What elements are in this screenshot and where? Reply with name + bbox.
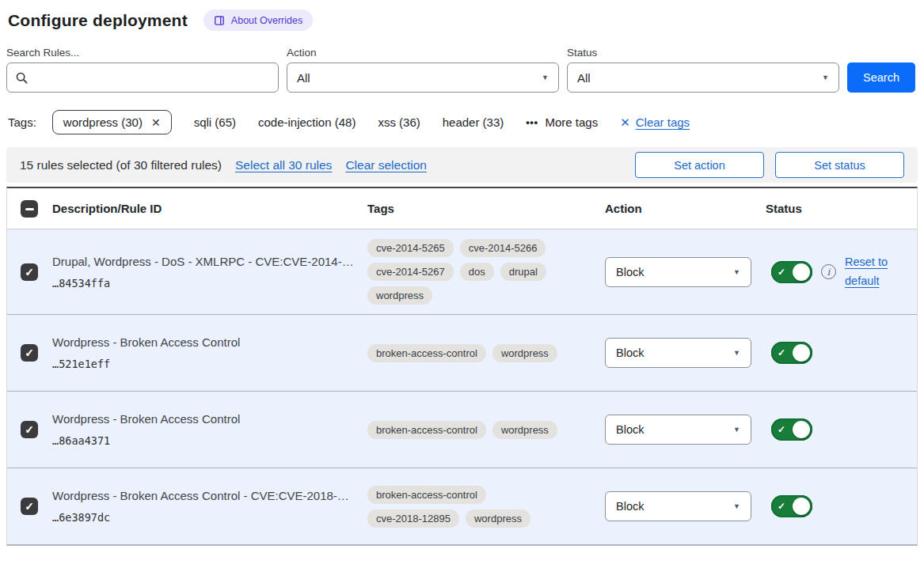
reset-to-default-link[interactable]: Reset to default xyxy=(845,253,894,290)
tag-pill: cve-2014-5266 xyxy=(460,239,546,257)
check-icon: ✓ xyxy=(25,347,34,358)
action-select[interactable]: Block ▼ xyxy=(605,415,751,445)
selection-bar: 15 rules selected (of 30 filtered rules)… xyxy=(6,147,918,183)
status-filter-value: All xyxy=(577,71,591,85)
rule-id: …6e3897dc xyxy=(52,511,367,524)
chevron-down-icon: ▼ xyxy=(822,74,829,81)
clear-selection-link[interactable]: Clear selection xyxy=(345,158,427,172)
status-filter-label: Status xyxy=(567,47,839,59)
toggle-knob xyxy=(793,344,810,362)
tag-pill: cve-2014-5267 xyxy=(367,263,454,281)
row-checkbox[interactable]: ✓ xyxy=(21,263,38,281)
chevron-down-icon: ▼ xyxy=(733,502,740,510)
tag-pill: cve-2014-5265 xyxy=(367,239,454,257)
chevron-down-icon: ▼ xyxy=(733,268,740,276)
search-rules-input[interactable] xyxy=(35,71,270,85)
search-rules-label: Search Rules... xyxy=(6,47,279,59)
tag-option-sqli[interactable]: sqli (65) xyxy=(194,115,236,129)
rule-tags: broken-access-controlcve-2018-12895wordp… xyxy=(367,486,575,528)
rules-table-body: ✓ Drupal, Wordpress - DoS - XMLRPC - CVE… xyxy=(7,229,917,544)
action-select[interactable]: Block ▼ xyxy=(605,257,751,287)
table-row: ✓ Wordpress - Broken Access Control - CV… xyxy=(7,468,917,544)
check-icon: ✓ xyxy=(778,424,785,435)
chevron-down-icon: ▼ xyxy=(733,349,740,357)
page-title: Configure deployment xyxy=(8,11,188,30)
about-overrides-badge[interactable]: About Overrides xyxy=(203,9,313,31)
check-icon: ✓ xyxy=(25,501,34,512)
selection-summary: 15 rules selected (of 30 filtered rules) xyxy=(20,158,222,172)
status-toggle[interactable]: ✓ xyxy=(771,418,812,441)
check-icon: ✓ xyxy=(778,267,785,278)
row-checkbox[interactable]: ✓ xyxy=(21,344,38,362)
status-filter-group: Status All ▼ xyxy=(567,47,839,93)
check-icon: ✓ xyxy=(25,424,34,435)
ellipsis-icon: ••• xyxy=(526,116,538,128)
selection-actions: Set action Set status xyxy=(635,152,904,178)
rule-tags: broken-access-controlwordpress xyxy=(367,421,575,439)
search-rules-group: Search Rules... xyxy=(6,47,279,93)
column-tags: Tags xyxy=(367,202,605,215)
check-icon: ✓ xyxy=(778,501,785,512)
set-action-button[interactable]: Set action xyxy=(635,152,764,178)
status-toggle[interactable]: ✓ xyxy=(771,261,812,283)
chevron-down-icon: ▼ xyxy=(733,426,740,434)
rule-tags: cve-2014-5265cve-2014-5266cve-2014-5267d… xyxy=(367,239,575,305)
about-overrides-label: About Overrides xyxy=(231,15,302,26)
toggle-knob xyxy=(793,421,810,438)
remove-tag-icon[interactable]: ✕ xyxy=(151,116,161,129)
rule-id: …84534ffa xyxy=(52,277,367,290)
more-tags-button[interactable]: ••• More tags xyxy=(526,115,598,129)
action-select-value: Block xyxy=(616,500,644,513)
tags-bar: Tags: wordpress (30) ✕ sqli (65) code-in… xyxy=(8,110,918,134)
search-rules-inputbox xyxy=(6,62,279,93)
tag-pill: wordpress xyxy=(367,286,432,305)
clear-tags-link[interactable]: ✕ Clear tags xyxy=(620,115,690,130)
table-row: ✓ Drupal, Wordpress - DoS - XMLRPC - CVE… xyxy=(7,229,917,314)
book-icon xyxy=(214,15,225,26)
set-status-button[interactable]: Set status xyxy=(775,152,904,178)
row-checkbox[interactable]: ✓ xyxy=(21,421,38,438)
rule-description: Wordpress - Broken Access Control xyxy=(52,335,367,349)
info-icon[interactable]: i xyxy=(821,264,836,279)
tag-pill: wordpress xyxy=(492,344,557,362)
toggle-knob xyxy=(793,498,810,515)
check-icon: ✓ xyxy=(25,267,34,278)
action-select[interactable]: Block ▼ xyxy=(605,491,751,521)
table-row: ✓ Wordpress - Broken Access Control …86a… xyxy=(7,391,917,468)
tag-pill: drupal xyxy=(500,263,546,281)
tag-option-code-injection[interactable]: code-injection (48) xyxy=(258,115,356,129)
action-filter-group: Action All ▼ xyxy=(287,47,559,93)
select-all-checkbox[interactable] xyxy=(21,200,38,218)
check-icon: ✓ xyxy=(778,347,785,358)
column-description: Description/Rule ID xyxy=(52,202,367,215)
indeterminate-icon xyxy=(25,208,34,210)
selected-tag-wordpress[interactable]: wordpress (30) ✕ xyxy=(52,110,172,134)
tag-pill: dos xyxy=(460,263,494,281)
tag-pill: wordpress xyxy=(492,421,557,439)
rule-id: …521e1eff xyxy=(52,358,367,370)
selected-tag-label: wordpress (30) xyxy=(63,115,143,129)
rule-id: …86aa4371 xyxy=(52,434,367,447)
tag-option-header[interactable]: header (33) xyxy=(443,115,504,129)
tag-option-xss[interactable]: xss (36) xyxy=(378,115,420,129)
status-toggle[interactable]: ✓ xyxy=(771,495,812,517)
action-filter-select[interactable]: All ▼ xyxy=(287,62,559,93)
tag-pill: broken-access-control xyxy=(367,344,486,362)
row-checkbox[interactable]: ✓ xyxy=(21,498,38,515)
action-select[interactable]: Block ▼ xyxy=(605,338,751,368)
tag-pill: cve-2018-12895 xyxy=(367,509,459,528)
action-select-value: Block xyxy=(616,346,644,359)
search-icon xyxy=(15,71,29,85)
status-filter-select[interactable]: All ▼ xyxy=(567,62,839,93)
rule-tags: broken-access-controlwordpress xyxy=(367,344,575,362)
search-button[interactable]: Search xyxy=(847,62,915,93)
status-toggle[interactable]: ✓ xyxy=(771,342,812,364)
action-select-value: Block xyxy=(616,266,644,278)
rule-description: Wordpress - Broken Access Control - CVE:… xyxy=(52,489,367,502)
table-header: Description/Rule ID Tags Action Status xyxy=(7,188,917,229)
tags-bar-label: Tags: xyxy=(8,115,36,129)
filters-bar: Search Rules... Action All ▼ Status All … xyxy=(6,47,918,93)
action-filter-value: All xyxy=(297,71,310,85)
rule-description: Wordpress - Broken Access Control xyxy=(52,412,367,426)
select-all-link[interactable]: Select all 30 rules xyxy=(235,158,332,172)
